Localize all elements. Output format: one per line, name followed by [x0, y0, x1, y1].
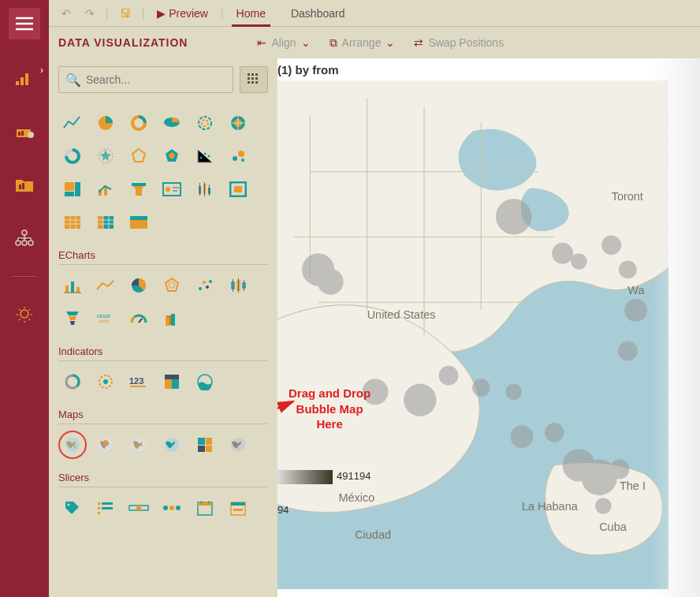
indicator-liquid-icon[interactable] [191, 368, 219, 396]
map-bubble-icon[interactable] [58, 431, 87, 459]
align-button[interactable]: ⇤ Align ⌄ [257, 36, 310, 49]
map-heatgrid-icon[interactable] [191, 431, 219, 459]
echart-cloud-icon[interactable]: cloudword [91, 304, 120, 333]
folder-nav-icon[interactable] [9, 169, 40, 200]
svg-point-42 [166, 187, 170, 192]
svg-point-9 [28, 241, 33, 245]
radial-icon[interactable] [91, 142, 120, 170]
preview-button[interactable]: ▶ Preview [152, 7, 213, 20]
pie3d-chart-icon[interactable] [158, 109, 186, 137]
svg-rect-103 [231, 502, 245, 506]
indicator-gauge1-icon[interactable] [58, 368, 87, 396]
svg-point-32 [233, 156, 237, 161]
swap-button[interactable]: ⇄ Swap Positions [414, 36, 504, 49]
map-label-habana: La Habana [522, 500, 579, 513]
svg-rect-19 [255, 81, 258, 84]
indicator-number-icon[interactable]: 123 [125, 368, 153, 396]
slicer-date-icon[interactable] [191, 494, 219, 522]
echart-boxplot-icon[interactable] [224, 271, 252, 300]
svg-rect-49 [234, 186, 242, 192]
candlestick-icon[interactable] [191, 175, 219, 203]
slicer-dots-icon[interactable] [158, 494, 186, 522]
idea-nav-icon[interactable] [9, 299, 40, 330]
radar-outline-icon[interactable] [125, 142, 153, 170]
svg-point-116 [404, 384, 436, 416]
svg-rect-101 [198, 502, 212, 506]
svg-text:123: 123 [129, 376, 143, 386]
slicer-tag-icon[interactable] [58, 494, 87, 522]
table-icon[interactable] [58, 208, 87, 237]
svg-rect-37 [65, 192, 74, 196]
svg-rect-52 [98, 216, 103, 229]
arrange-button[interactable]: ⧉ Arrange ⌄ [330, 36, 396, 50]
bubble-icon[interactable] [224, 142, 252, 170]
donut-chart-icon[interactable] [125, 109, 153, 137]
svg-rect-57 [76, 287, 80, 293]
multi-donut-icon[interactable] [191, 109, 219, 137]
map-label-toronto: Toront [612, 190, 643, 203]
slicer-list-icon[interactable] [91, 494, 120, 522]
map-visualization[interactable]: United States Toront Wa México Ciudad La… [277, 80, 668, 589]
echart-column3d-icon[interactable] [158, 304, 186, 333]
sunburst-icon[interactable] [224, 109, 252, 137]
svg-point-31 [208, 155, 210, 158]
search-input[interactable] [86, 73, 226, 86]
svg-rect-50 [65, 216, 80, 229]
save-icon[interactable]: 🖫 [117, 7, 134, 20]
line-chart-icon[interactable] [58, 109, 87, 137]
pie-chart-icon[interactable] [91, 109, 120, 137]
map-pin-icon[interactable] [91, 431, 120, 459]
svg-point-3 [28, 132, 34, 138]
echart-gauge-icon[interactable] [125, 304, 153, 333]
svg-point-61 [206, 285, 209, 289]
svg-rect-94 [98, 512, 100, 514]
treemap-icon[interactable] [58, 175, 87, 203]
svg-point-34 [241, 159, 244, 162]
svg-point-113 [624, 299, 647, 322]
charts-nav-icon[interactable]: › [9, 62, 40, 93]
undo-icon[interactable]: ↶ [58, 7, 74, 20]
map-globe-green-icon[interactable] [158, 431, 186, 459]
echart-scatter-icon[interactable] [191, 271, 219, 300]
slicer-daterange-icon[interactable] [224, 494, 252, 522]
svg-rect-13 [255, 73, 258, 76]
map-globe-grey-icon[interactable] [224, 431, 252, 459]
echart-radar-icon[interactable] [158, 271, 186, 300]
svg-rect-90 [98, 502, 100, 505]
radar-filled-icon[interactable] [158, 142, 186, 170]
svg-rect-15 [251, 77, 254, 80]
data-nav-icon[interactable] [9, 115, 40, 147]
tab-home[interactable]: Home [232, 7, 270, 27]
redo-icon[interactable]: ↷ [82, 7, 98, 20]
funnel-icon[interactable] [125, 175, 153, 203]
echart-funnel-icon[interactable] [58, 304, 87, 333]
viz-panel: 🔍 [49, 58, 277, 597]
menu-button[interactable] [9, 8, 40, 39]
design-canvas[interactable]: (1) by from [277, 58, 700, 597]
frame-icon[interactable] [224, 175, 252, 203]
tab-dashboard[interactable]: Dashboard [291, 7, 345, 20]
echart-bar-icon[interactable] [58, 271, 87, 300]
svg-point-108 [496, 199, 531, 234]
svg-point-120 [511, 425, 534, 448]
card-chart-icon[interactable] [158, 175, 186, 203]
combo-chart-icon[interactable] [91, 175, 120, 203]
map-label-us: United States [367, 308, 436, 321]
indicator-stacked-icon[interactable] [158, 368, 186, 396]
echart-line-icon[interactable] [91, 271, 120, 300]
header-card-icon[interactable] [125, 208, 153, 237]
search-box[interactable]: 🔍 [58, 66, 233, 93]
grid-toggle-button[interactable] [240, 66, 268, 93]
svg-point-124 [610, 460, 630, 479]
svg-point-62 [209, 280, 212, 283]
slicer-range-icon[interactable] [125, 494, 153, 522]
svg-rect-43 [173, 187, 179, 188]
map-route-icon[interactable] [125, 431, 153, 459]
scatter-icon[interactable] [191, 142, 219, 170]
left-rail: › [0, 0, 49, 597]
pivot-table-icon[interactable] [91, 208, 120, 237]
progress-ring-icon[interactable] [58, 142, 87, 170]
hierarchy-nav-icon[interactable] [9, 222, 40, 254]
echart-pie-icon[interactable] [125, 271, 153, 300]
indicator-gauge2-icon[interactable] [91, 368, 120, 396]
